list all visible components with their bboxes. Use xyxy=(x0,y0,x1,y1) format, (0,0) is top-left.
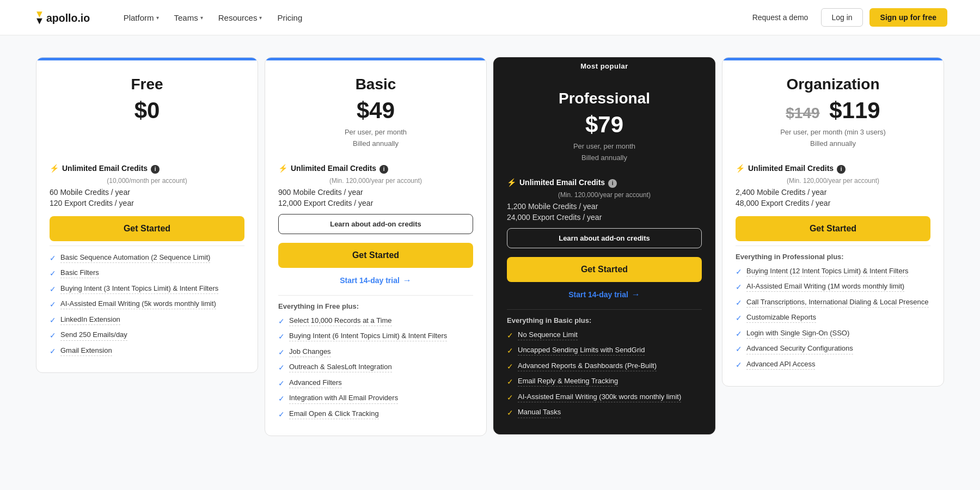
feature-free-2: ✓ Buying Intent (3 Intent Topics Limit) … xyxy=(50,284,244,295)
arrow-icon: → xyxy=(632,290,640,299)
chevron-down-icon: ▾ xyxy=(200,15,203,21)
feature-pro-4: ✓ AI-Assisted Email Writing (300k words … xyxy=(507,392,702,403)
feature-basic-6: ✓ Email Open & Click Tracking xyxy=(278,409,473,420)
email-credits-free: ⚡ Unlimited Email Credits i xyxy=(50,164,244,174)
plan-name-org: Organization xyxy=(736,76,930,93)
check-icon: ✓ xyxy=(278,363,285,373)
plan-free: Free $0 ⚡ Unlimited Email Credits i (10,… xyxy=(36,57,258,373)
plan-name-basic: Basic xyxy=(278,76,473,93)
plan-name-free: Free xyxy=(50,76,244,93)
feature-basic-4: ✓ Advanced Filters xyxy=(278,378,473,389)
card-body-free: Free $0 ⚡ Unlimited Email Credits i (10,… xyxy=(36,60,258,372)
feature-basic-0: ✓ Select 10,000 Records at a Time xyxy=(278,316,473,327)
addon-button-basic[interactable]: Learn about add-on credits xyxy=(278,214,473,234)
plan-price-basic: $49 xyxy=(278,97,473,124)
plan-price-free: $0 xyxy=(50,97,244,124)
feature-free-4: ✓ LinkedIn Extension xyxy=(50,315,244,326)
bolt-icon: ⚡ xyxy=(507,178,516,187)
check-icon: ✓ xyxy=(736,344,742,355)
nav-resources[interactable]: Resources ▾ xyxy=(212,9,269,27)
svg-text:apollo.io: apollo.io xyxy=(46,12,90,24)
check-icon: ✓ xyxy=(50,299,56,310)
request-demo-button[interactable]: Request a demo xyxy=(746,9,815,26)
info-icon[interactable]: i xyxy=(379,165,388,174)
get-started-basic[interactable]: Get Started xyxy=(278,243,473,268)
divider-professional xyxy=(507,309,702,310)
check-icon: ✓ xyxy=(50,268,56,279)
email-credits-org: ⚡ Unlimited Email Credits i xyxy=(736,164,930,174)
addon-button-professional[interactable]: Learn about add-on credits xyxy=(507,228,702,248)
trial-link-basic[interactable]: Start 14-day trial → xyxy=(278,272,473,293)
check-icon: ✓ xyxy=(736,329,742,340)
nav-actions: Request a demo Log in Sign up for free xyxy=(746,8,947,27)
feature-basic-1: ✓ Buying Intent (6 Intent Topics Limit) … xyxy=(278,331,473,342)
plan-billing-basic: Per user, per monthBilled annually xyxy=(278,127,473,151)
popular-badge: Most popular xyxy=(494,58,715,75)
feature-basic-5: ✓ Integration with All Email Providers xyxy=(278,393,473,405)
svg-marker-1 xyxy=(36,11,42,17)
check-icon: ✓ xyxy=(50,346,56,357)
feature-pro-1: ✓ Uncapped Sending Limits with SendGrid xyxy=(507,345,702,357)
check-icon: ✓ xyxy=(278,378,285,389)
check-icon: ✓ xyxy=(736,282,742,293)
check-icon: ✓ xyxy=(736,360,742,371)
bolt-icon: ⚡ xyxy=(50,164,59,173)
feature-org-2: ✓ Call Transcriptions, International Dia… xyxy=(736,297,930,309)
credits-org: ⚡ Unlimited Email Credits i (Min. 120,00… xyxy=(736,164,930,207)
plan-billing-org: Per user, per month (min 3 users)Billed … xyxy=(736,127,930,151)
plan-price-org: $149 $119 xyxy=(736,97,930,124)
feature-pro-5: ✓ Manual Tasks xyxy=(507,407,702,419)
divider-org xyxy=(736,246,930,246)
credits-professional: ⚡ Unlimited Email Credits i (Min. 120,00… xyxy=(507,178,702,248)
section-label-basic: Everything in Free plus: xyxy=(278,302,473,310)
check-icon: ✓ xyxy=(278,332,285,342)
nav-pricing[interactable]: Pricing xyxy=(271,9,309,27)
arrow-icon: → xyxy=(403,275,412,285)
feature-pro-2: ✓ Advanced Reports & Dashboards (Pre-Bui… xyxy=(507,361,702,372)
divider-free xyxy=(50,246,244,246)
feature-free-1: ✓ Basic Filters xyxy=(50,268,244,279)
feature-pro-0: ✓ No Sequence Limit xyxy=(507,330,702,341)
check-icon: ✓ xyxy=(278,316,285,327)
logo[interactable]: apollo.io xyxy=(33,9,91,26)
trial-link-professional[interactable]: Start 14-day trial → xyxy=(507,286,702,307)
check-icon: ✓ xyxy=(507,362,513,372)
get-started-org[interactable]: Get Started xyxy=(736,216,930,241)
navbar: apollo.io Platform ▾ Teams ▾ Resources ▾… xyxy=(0,0,980,35)
plan-professional: Most popular Professional $79 Per user, … xyxy=(493,57,715,434)
check-icon: ✓ xyxy=(736,313,742,324)
signup-button[interactable]: Sign up for free xyxy=(869,8,947,27)
nav-platform[interactable]: Platform ▾ xyxy=(117,9,166,27)
feature-free-0: ✓ Basic Sequence Automation (2 Sequence … xyxy=(50,253,244,264)
check-icon: ✓ xyxy=(50,330,56,341)
check-icon: ✓ xyxy=(278,394,285,405)
card-body-basic: Basic $49 Per user, per monthBilled annu… xyxy=(265,60,486,436)
plan-name-professional: Professional xyxy=(507,90,702,107)
section-label-org: Everything in Professional plus: xyxy=(736,253,930,261)
check-icon: ✓ xyxy=(50,315,56,326)
chevron-down-icon: ▾ xyxy=(156,15,159,21)
get-started-free[interactable]: Get Started xyxy=(50,216,244,241)
get-started-professional[interactable]: Get Started xyxy=(507,257,702,282)
bolt-icon: ⚡ xyxy=(736,164,745,173)
plan-price-professional: $79 xyxy=(507,112,702,138)
feature-free-3: ✓ AI-Assisted Email Writing (5k words mo… xyxy=(50,299,244,310)
credits-free: ⚡ Unlimited Email Credits i (10,000/mont… xyxy=(50,164,244,207)
card-body-org: Organization $149 $119 Per user, per mon… xyxy=(722,60,944,386)
svg-marker-2 xyxy=(36,19,42,24)
plan-billing-professional: Per user, per monthBilled annually xyxy=(507,141,702,165)
feature-org-0: ✓ Buying Intent (12 Intent Topics Limit)… xyxy=(736,266,930,278)
check-icon: ✓ xyxy=(507,393,513,403)
login-button[interactable]: Log in xyxy=(821,8,862,27)
nav-teams[interactable]: Teams ▾ xyxy=(168,9,210,27)
info-icon[interactable]: i xyxy=(837,165,846,174)
feature-basic-3: ✓ Outreach & SalesLoft Integration xyxy=(278,362,473,373)
pricing-grid: Free $0 ⚡ Unlimited Email Credits i (10,… xyxy=(33,57,947,436)
info-icon[interactable]: i xyxy=(151,165,160,174)
info-icon[interactable]: i xyxy=(608,179,617,188)
check-icon: ✓ xyxy=(278,347,285,358)
check-icon: ✓ xyxy=(507,330,513,341)
check-icon: ✓ xyxy=(50,253,56,264)
check-icon: ✓ xyxy=(50,284,56,295)
pricing-section: Free $0 ⚡ Unlimited Email Credits i (10,… xyxy=(0,35,980,469)
